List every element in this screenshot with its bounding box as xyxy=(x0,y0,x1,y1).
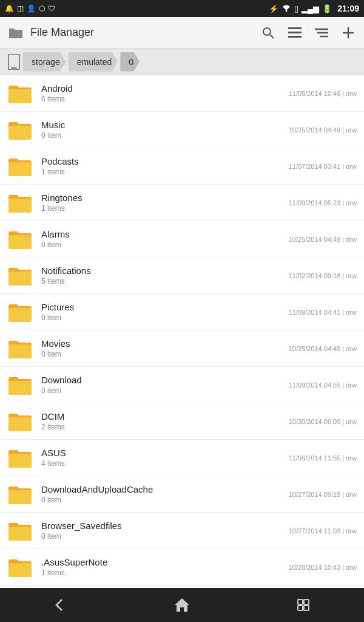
file-meta: 11/02/2014 09:18 | drw xyxy=(289,272,357,279)
file-name: Download xyxy=(41,375,289,385)
file-meta: 11/09/2014 05:23 | drw xyxy=(289,199,357,207)
table-row[interactable]: Podcasts 1 items 11/07/2014 03:41 | drw xyxy=(0,148,364,185)
menu-list-icon[interactable] xyxy=(286,24,303,41)
file-meta: 11/09/2014 04:55 | drw xyxy=(289,381,357,389)
battery-outline-icon: ▯ xyxy=(294,4,298,13)
person-icon: 👤 xyxy=(27,4,36,13)
back-button[interactable] xyxy=(42,593,79,617)
file-info: Movies 0 item xyxy=(41,338,289,358)
file-meta: 10/30/2014 06:09 | drw xyxy=(289,418,357,425)
breadcrumb-0[interactable]: 0 xyxy=(120,52,140,72)
file-count: 0 item xyxy=(41,386,289,395)
file-count: 1 items xyxy=(41,168,289,176)
file-name: ASUS xyxy=(41,448,289,458)
folder-icon xyxy=(7,484,33,505)
file-info: Android 6 items xyxy=(41,83,289,103)
file-info: Music 0 item xyxy=(41,120,289,140)
file-meta: 11/08/2014 11:55 | drw xyxy=(289,454,357,462)
svg-rect-15 xyxy=(298,606,303,610)
file-name: Music xyxy=(41,120,289,130)
file-count: 0 item xyxy=(41,496,289,504)
file-meta: 10/28/2014 10:43 | drw xyxy=(289,564,357,571)
table-row[interactable]: DCIM 2 items 10/30/2014 06:09 | drw xyxy=(0,403,364,440)
search-icon[interactable] xyxy=(260,24,277,41)
folder-icon xyxy=(7,556,33,578)
file-name: DownloadAndUploadCache xyxy=(41,484,289,494)
file-info: Ringtones 1 items xyxy=(41,193,289,213)
table-row[interactable]: Ringtones 1 items 11/09/2014 05:23 | drw xyxy=(0,185,364,221)
svg-rect-2 xyxy=(288,27,302,29)
svg-marker-12 xyxy=(175,598,189,612)
file-name: Ringtones xyxy=(41,193,289,203)
table-row[interactable]: Browser_Savedfiles 0 item 10/27/2014 11:… xyxy=(0,513,364,549)
svg-rect-3 xyxy=(288,32,302,33)
folder-icon xyxy=(7,24,24,41)
wifi-icon xyxy=(281,4,291,14)
table-row[interactable]: .AsusSuperNote 1 items 10/28/2014 10:43 … xyxy=(0,549,364,586)
table-row[interactable]: Notifications 5 items 11/02/2014 09:18 |… xyxy=(0,258,364,294)
file-info: DownloadAndUploadCache 0 item xyxy=(41,484,289,504)
add-icon[interactable] xyxy=(340,24,357,41)
svg-rect-4 xyxy=(288,36,302,38)
file-meta: 10/25/2014 04:49 | drw xyxy=(289,345,357,352)
file-info: Browser_Savedfiles 0 item xyxy=(41,521,289,541)
file-count: 0 item xyxy=(41,241,289,249)
file-meta: 10/27/2014 09:19 | drw xyxy=(289,491,357,498)
table-row[interactable]: ASUS 4 items 11/08/2014 11:55 | drw xyxy=(0,440,364,476)
file-name: Android xyxy=(41,83,289,94)
table-row[interactable]: Movies 0 item 10/25/2014 04:49 | drw xyxy=(0,330,364,367)
file-info: Alarms 0 item xyxy=(41,229,289,249)
signal-icon: ▂▄▆ xyxy=(302,4,319,13)
file-info: Podcasts 1 items xyxy=(41,156,289,176)
folder-icon xyxy=(7,301,33,323)
bottom-nav xyxy=(0,588,364,622)
table-row[interactable]: Music 0 item 10/25/2014 04:49 | drw xyxy=(0,112,364,148)
file-count: 2 items xyxy=(41,423,289,431)
file-info: DCIM 2 items xyxy=(41,411,289,431)
file-count: 1 items xyxy=(41,204,289,213)
file-meta: 10/25/2014 04:49 | drw xyxy=(289,236,357,243)
device-icon[interactable] xyxy=(5,53,23,71)
recent-apps-button[interactable] xyxy=(285,593,322,617)
breadcrumb-storage[interactable]: storage xyxy=(23,52,66,72)
file-meta: 11/08/2014 10:46 | drw xyxy=(289,90,357,97)
svg-line-1 xyxy=(270,35,274,38)
folder-icon xyxy=(7,520,33,542)
file-name: Podcasts xyxy=(41,156,289,166)
file-name: .AsusSuperNote xyxy=(41,557,289,567)
file-name: Pictures xyxy=(41,302,289,312)
file-meta: 10/27/2014 11:03 | drw xyxy=(289,527,357,535)
table-row[interactable]: DownloadAndUploadCache 0 item 10/27/2014… xyxy=(0,476,364,513)
breadcrumb: storage emulated 0 xyxy=(0,49,364,75)
folder-icon xyxy=(7,374,33,396)
folder-icon xyxy=(7,265,33,287)
shield-icon: 🛡 xyxy=(48,4,55,13)
breadcrumb-emulated[interactable]: emulated xyxy=(69,52,118,72)
file-info: Download 0 item xyxy=(41,375,289,395)
table-row[interactable]: Alarms 0 item 10/25/2014 04:49 | drw xyxy=(0,221,364,258)
app-title: File Manager xyxy=(30,26,254,39)
file-count: 1 items xyxy=(41,569,289,577)
table-row[interactable]: Download 0 item 11/09/2014 04:55 | drw xyxy=(0,367,364,403)
folder-icon xyxy=(7,156,33,177)
svg-rect-13 xyxy=(298,600,303,604)
folder-icon xyxy=(7,192,33,214)
notification-icon: 🔔 xyxy=(5,4,14,13)
svg-rect-16 xyxy=(304,606,309,610)
file-name: DCIM xyxy=(41,411,289,422)
file-count: 5 items xyxy=(41,277,289,285)
status-left-icons: 🔔 ◫ 👤 ⬡ 🛡 xyxy=(5,4,55,13)
folder-icon xyxy=(7,119,33,141)
table-row[interactable]: Android 6 items 11/08/2014 10:46 | drw xyxy=(0,75,364,112)
folder-icon xyxy=(7,447,33,469)
bluetooth-icon: ⚡ xyxy=(269,4,278,13)
file-meta: 10/25/2014 04:49 | drw xyxy=(289,126,357,134)
file-list: Android 6 items 11/08/2014 10:46 | drw M… xyxy=(0,75,364,588)
sim-icon: ◫ xyxy=(17,4,24,13)
svg-point-0 xyxy=(263,28,271,35)
sort-icon[interactable] xyxy=(313,24,330,41)
file-name: Notifications xyxy=(41,265,289,276)
home-button[interactable] xyxy=(164,593,200,617)
file-count: 0 item xyxy=(41,350,289,358)
table-row[interactable]: Pictures 0 item 11/09/2014 04:41 | drw xyxy=(0,294,364,330)
